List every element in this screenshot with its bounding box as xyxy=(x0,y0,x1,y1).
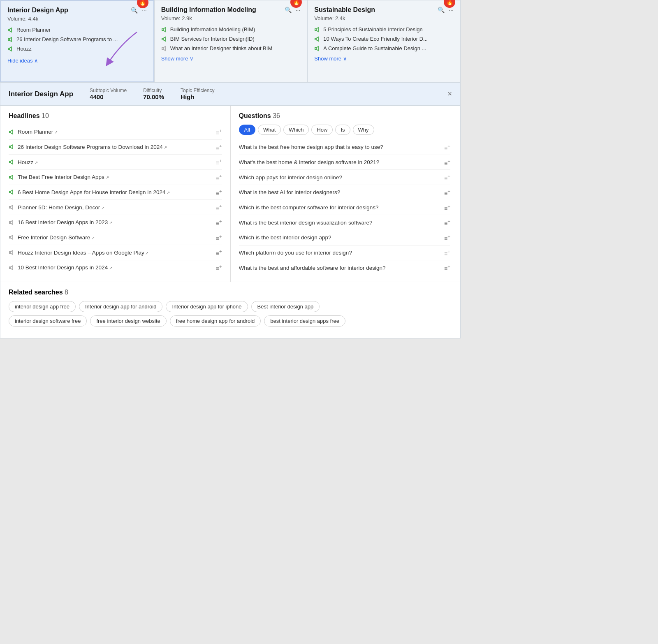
card-item-3-3: A Complete Guide to Sustainable Design .… xyxy=(314,45,454,51)
external-link-icon-5: ↗ xyxy=(100,206,104,210)
svg-marker-34 xyxy=(9,250,13,255)
close-button[interactable]: × xyxy=(447,90,452,98)
related-tag-1[interactable]: Interior design app for android xyxy=(79,301,162,312)
difficulty-label: Difficulty xyxy=(143,88,164,93)
question-text-1: What's the best home & interior design s… xyxy=(239,159,380,165)
add-icon-q-1[interactable]: ≡+ xyxy=(444,158,450,167)
headline-text-2: Houzz ↗ xyxy=(18,159,38,165)
detail-panel: Interior Design App Subtopic Volume 4400… xyxy=(0,82,461,338)
svg-marker-20 xyxy=(9,145,13,149)
add-icon-q-3[interactable]: ≡+ xyxy=(444,188,450,197)
related-tag-4[interactable]: interior design software free xyxy=(9,315,87,327)
add-icon-hl-6[interactable]: ≡+ xyxy=(216,218,222,227)
megaphone-icon-hl-5 xyxy=(9,204,14,210)
headline-row-3: The Best Free Interior Design Apps ↗≡+ xyxy=(9,170,222,185)
questions-column: Questions 36 AllWhatWhichHowIsWhy What i… xyxy=(231,106,461,282)
svg-marker-2 xyxy=(8,37,12,42)
show-more-btn-2[interactable]: Show more ∨ xyxy=(161,56,194,62)
question-row-2: Which app pays for interior design onlin… xyxy=(239,170,451,185)
question-text-6: Which is the best interior design app? xyxy=(239,234,331,241)
card-title-3: Sustainable Design xyxy=(314,6,375,14)
add-icon-q-2[interactable]: ≡+ xyxy=(444,173,450,181)
headline-row-8: Houzz Interior Design Ideas – Apps on Go… xyxy=(9,245,222,260)
card-building-information-modeling: 🔥 Building Information Modeling 🔍 ··· Vo… xyxy=(154,0,308,82)
svg-marker-36 xyxy=(9,266,13,270)
hide-ideas-btn[interactable]: Hide ideas ∧ xyxy=(7,58,38,64)
svg-marker-4 xyxy=(8,47,12,51)
svg-marker-22 xyxy=(9,160,13,164)
filter-tab-is[interactable]: Is xyxy=(335,125,350,135)
add-icon-hl-3[interactable]: ≡+ xyxy=(216,173,222,181)
filter-tab-what[interactable]: What xyxy=(258,125,281,135)
svg-rect-19 xyxy=(9,131,11,133)
questions-count: 36 xyxy=(273,112,280,119)
megaphone-icon-hl-6 xyxy=(9,220,14,225)
headline-text-4: 6 Best Home Design Apps for House Interi… xyxy=(18,189,170,195)
add-icon-q-4[interactable]: ≡+ xyxy=(444,204,450,212)
headline-row-2: Houzz ↗≡+ xyxy=(9,155,222,170)
megaphone-icon-active xyxy=(7,27,13,33)
add-icon-hl-2[interactable]: ≡+ xyxy=(216,158,222,166)
search-icon-2[interactable]: 🔍 xyxy=(285,7,292,13)
add-icon-q-5[interactable]: ≡+ xyxy=(444,218,450,227)
svg-marker-0 xyxy=(8,28,12,32)
megaphone-icon-active-2 xyxy=(7,37,13,42)
add-icon-hl-4[interactable]: ≡+ xyxy=(216,188,222,197)
headlines-column: Headlines 10 Room Planner ↗≡+26 Interior… xyxy=(0,106,231,282)
add-icon-hl-0[interactable]: ≡+ xyxy=(216,128,222,136)
card-item-1-3: Houzz xyxy=(7,46,147,52)
headline-text-8: Houzz Interior Design Ideas – Apps on Go… xyxy=(18,250,148,256)
filter-tab-all[interactable]: All xyxy=(239,125,255,135)
headlines-list: Room Planner ↗≡+26 Interior Design Softw… xyxy=(9,125,222,275)
headlines-count: 10 xyxy=(42,112,49,119)
svg-marker-8 xyxy=(162,37,165,41)
card-sustainable-design: 🔥 Sustainable Design 🔍 ··· Volume: 2.4k … xyxy=(307,0,461,82)
add-icon-hl-9[interactable]: ≡+ xyxy=(216,264,222,272)
add-icon-q-8[interactable]: ≡+ xyxy=(444,264,450,272)
svg-rect-31 xyxy=(9,222,11,223)
external-link-icon-4: ↗ xyxy=(165,190,170,195)
card-item-3-1: 5 Principles of Sustainable Interior Des… xyxy=(314,26,454,32)
add-icon-hl-1[interactable]: ≡+ xyxy=(216,143,222,151)
question-row-6: Which is the best interior design app?≡+ xyxy=(239,230,451,246)
card-item-2-2: BIM Services for Interior Design(ID) xyxy=(161,36,301,42)
add-icon-q-7[interactable]: ≡+ xyxy=(444,249,450,257)
svg-rect-3 xyxy=(8,39,9,40)
svg-marker-14 xyxy=(315,37,318,41)
add-icon-q-6[interactable]: ≡+ xyxy=(444,234,450,242)
search-icon-3[interactable]: 🔍 xyxy=(438,7,445,13)
add-icon-hl-5[interactable]: ≡+ xyxy=(216,203,222,211)
card-title-2: Building Information Modeling xyxy=(161,6,256,14)
svg-rect-23 xyxy=(9,161,11,163)
svg-marker-30 xyxy=(9,220,13,225)
add-icon-hl-7[interactable]: ≡+ xyxy=(216,234,222,242)
question-row-7: Which platform do you use for interior d… xyxy=(239,246,451,261)
related-tag-7[interactable]: best interior design apps free xyxy=(264,315,345,327)
detail-title: Interior Design App xyxy=(9,90,73,98)
megaphone-icon-hl-8 xyxy=(9,250,14,255)
headlines-label: Headlines xyxy=(9,112,40,119)
filter-tab-which[interactable]: Which xyxy=(283,125,309,135)
add-icon-q-0[interactable]: ≡+ xyxy=(444,143,450,151)
main-container: 🔥 Interior Design App 🔍 ··· Volume: 4.4k… xyxy=(0,0,461,338)
filter-tab-why[interactable]: Why xyxy=(353,125,374,135)
search-icon-1[interactable]: 🔍 xyxy=(131,7,138,14)
svg-rect-11 xyxy=(162,48,163,49)
external-link-icon-8: ↗ xyxy=(144,251,149,255)
svg-rect-37 xyxy=(9,267,11,269)
add-icon-hl-8[interactable]: ≡+ xyxy=(216,248,222,257)
related-tag-2[interactable]: Interior design app for iphone xyxy=(166,301,248,312)
megaphone-icon-hl-2 xyxy=(9,159,14,165)
related-tag-3[interactable]: Best interior design app xyxy=(251,301,320,312)
show-more-btn-3[interactable]: Show more ∨ xyxy=(314,56,347,62)
related-tag-6[interactable]: free home design app for android xyxy=(170,315,261,327)
related-tag-0[interactable]: interior design app free xyxy=(9,301,76,312)
svg-marker-32 xyxy=(9,235,13,239)
related-tag-5[interactable]: free interior design website xyxy=(90,315,166,327)
card-interior-design-app: 🔥 Interior Design App 🔍 ··· Volume: 4.4k… xyxy=(0,0,154,82)
filter-tab-how[interactable]: How xyxy=(311,125,333,135)
related-label: Related searches xyxy=(9,289,63,296)
topic-efficiency-label: Topic Efficiency xyxy=(181,88,214,93)
svg-rect-15 xyxy=(315,38,316,40)
headline-text-1: 26 Interior Design Software Programs to … xyxy=(18,144,167,150)
